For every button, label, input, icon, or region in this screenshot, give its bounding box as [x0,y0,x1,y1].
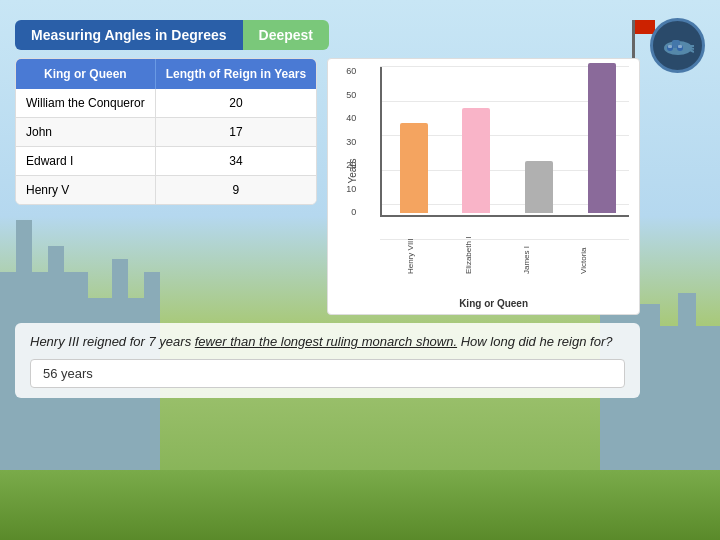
table-col2-header: Length of Reign in Years [155,59,316,89]
table-row: Henry V9 [16,176,316,205]
y-axis: 0102030405060 [336,67,356,217]
table-row: John17 [16,118,316,147]
table-cell-name: William the Conqueror [16,89,155,118]
question-text-after: How long did he reign for? [457,334,612,349]
svg-rect-4 [668,45,672,48]
table-cell-value: 34 [155,147,316,176]
bar-group [574,63,629,213]
svg-line-7 [690,48,694,49]
header-deepest: Deepest [243,20,329,50]
answer-box: 56 years [30,359,625,388]
y-axis-label: 30 [346,138,356,147]
table-cell-value: 20 [155,89,316,118]
x-axis-bar-label: Henry VIII [406,219,456,274]
bottom-section: Henry III reigned for 7 years fewer than… [15,323,640,398]
data-table: King or Queen Length of Reign in Years W… [15,58,317,205]
question-text-before: Henry III reigned for 7 years [30,334,195,349]
y-axis-label: 40 [346,114,356,123]
table-cell-value: 9 [155,176,316,205]
table-col1-header: King or Queen [16,59,155,89]
table-row: Edward I34 [16,147,316,176]
svg-line-8 [690,50,694,52]
x-labels-row: Henry VIIIElizabeth IJames IVictoria [380,219,629,274]
chart-container: Years 0102030405060 King or Queen Henry … [327,58,640,315]
table-cell-name: Henry V [16,176,155,205]
bar [400,123,428,213]
x-axis-bar-label: Elizabeth I [464,219,514,274]
bar [588,63,616,213]
bar-group [449,108,504,213]
y-axis-label: 0 [351,208,356,217]
bar [525,161,553,213]
x-axis-bar-label: James I [522,219,572,274]
submarine-icon [650,18,705,73]
table-cell-name: John [16,118,155,147]
y-axis-label: 60 [346,67,356,76]
question-underline: fewer than the longest ruling monarch sh… [195,334,457,349]
x-axis-label: King or Queen [459,298,528,309]
main-panel: Measuring Angles in Degrees Deepest King… [15,20,640,398]
chart-inner [380,67,629,217]
content-row: King or Queen Length of Reign in Years W… [15,58,640,315]
header-title: Measuring Angles in Degrees [15,20,243,50]
bar-group [512,161,567,213]
svg-rect-5 [678,45,682,48]
table-cell-value: 17 [155,118,316,147]
y-axis-label: 10 [346,185,356,194]
x-axis-bar-label: Victoria [579,219,629,274]
y-axis-label: 20 [346,161,356,170]
table-row: William the Conqueror20 [16,89,316,118]
bar [462,108,490,213]
question-text: Henry III reigned for 7 years fewer than… [30,333,625,351]
bar-group [386,123,441,213]
header-bar: Measuring Angles in Degrees Deepest [15,20,640,50]
table-cell-name: Edward I [16,147,155,176]
y-axis-label: 50 [346,91,356,100]
ground [0,470,720,540]
